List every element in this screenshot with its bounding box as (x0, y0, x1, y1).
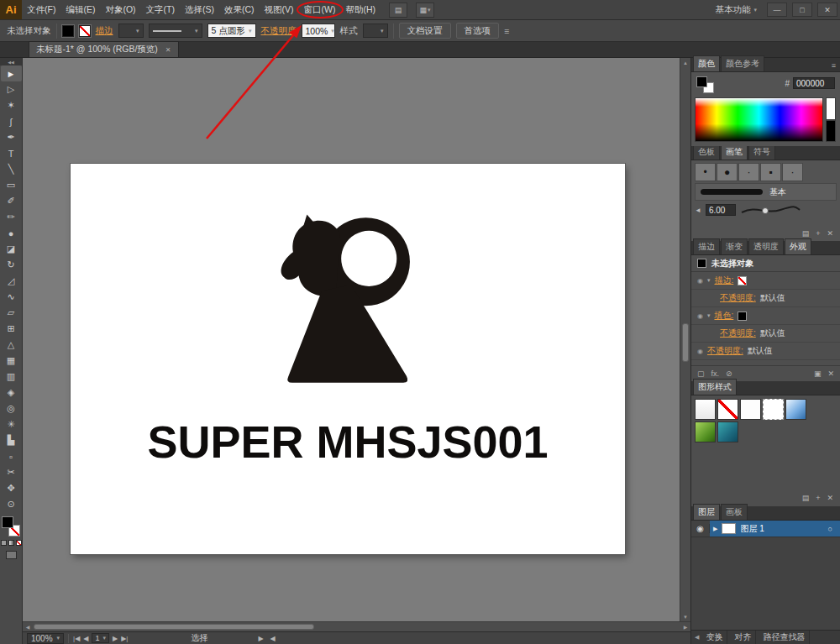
vertical-scrollbar[interactable]: ▲ ▼ (680, 58, 690, 621)
document-setup-button[interactable]: 文档设置 (399, 23, 451, 39)
tab-stroke[interactable]: 描边 (693, 238, 720, 254)
spectrum-bw-column[interactable] (826, 97, 836, 142)
line-tool[interactable]: ╲ (1, 161, 22, 177)
menu-item-2[interactable]: 对象(O) (100, 0, 140, 19)
scroll-left-icon[interactable]: ◀ (270, 635, 276, 642)
color-spectrum[interactable] (695, 97, 823, 142)
menu-item-7[interactable]: 窗口(W) (299, 0, 341, 19)
style-thumb-green[interactable] (695, 421, 716, 442)
clear-appearance-icon[interactable]: ⊘ (726, 369, 732, 378)
new-style-icon[interactable]: + (816, 494, 820, 502)
panel-menu-icon[interactable]: ≡ (832, 61, 838, 71)
basic-brush-row[interactable]: 基本 (695, 183, 837, 201)
delete-brush-icon[interactable]: ✕ (827, 229, 833, 238)
scale-tool[interactable]: ◿ (1, 273, 22, 289)
layer-target-icon[interactable]: ○ (828, 525, 832, 533)
menu-item-0[interactable]: 文件(F) (22, 0, 60, 19)
pen-tool[interactable]: ✒ (1, 129, 22, 145)
brush-cell-1[interactable]: ● (717, 163, 738, 181)
column-graph-tool[interactable]: ▙ (1, 432, 22, 448)
symbol-sprayer-tool[interactable]: ✳ (1, 416, 22, 432)
tab-pathfinder[interactable]: 路径查找器 (759, 631, 810, 644)
next-artboard-icon[interactable]: ▶ (113, 635, 118, 642)
pencil-tool[interactable]: ✏ (1, 209, 22, 225)
layer-row[interactable]: ◉ ▶ 图层 1 ○ (691, 521, 840, 537)
stroke-none-swatch[interactable] (738, 276, 747, 285)
scroll-left-icon[interactable]: ◀ (23, 624, 33, 630)
layer-selected-area[interactable]: ▶ 图层 1 ○ (710, 521, 840, 537)
stroke-link[interactable]: 描边 (96, 25, 113, 37)
stroke-row-label[interactable]: 描边: (715, 275, 734, 286)
brush-definition-dropdown[interactable]: 5 点圆形▾ (207, 24, 256, 38)
fill-black-swatch[interactable] (738, 312, 747, 321)
disclosure-icon[interactable]: ▾ (707, 312, 711, 319)
eye-icon[interactable]: ◉ (697, 348, 703, 355)
tab-layers[interactable]: 图层 (693, 504, 720, 520)
prev-artboard-icon[interactable]: ◀ (83, 635, 88, 642)
canvas[interactable]: SUPER MHSJS001 (23, 58, 680, 621)
tab-align[interactable]: 对齐 (730, 631, 756, 644)
tab-color-guide[interactable]: 颜色参考 (721, 55, 764, 71)
brush-cell-3[interactable]: ▪ (760, 163, 781, 181)
appearance-row-opacity[interactable]: ◉ 不透明度: 默认值 (691, 343, 840, 360)
menu-item-6[interactable]: 视图(V) (260, 0, 299, 19)
status-scroll-arrows[interactable]: ▶ ◀ (258, 635, 275, 642)
blob-brush-tool[interactable]: ● (1, 225, 22, 241)
horizontal-scrollbar[interactable]: ◀ ▶ (23, 621, 690, 631)
new-brush-icon[interactable]: + (816, 229, 820, 238)
selection-tool[interactable]: ► (1, 65, 22, 81)
tab-artboards[interactable]: 画板 (721, 504, 748, 520)
opacity-value-dropdown[interactable]: 100%▾ (302, 24, 335, 38)
add-stroke-icon[interactable]: ▢ (697, 369, 705, 378)
layer-name[interactable]: 图层 1 (740, 523, 764, 535)
appearance-row-stroke[interactable]: ◉ ▾ 描边: (691, 272, 840, 290)
vertical-scroll-thumb[interactable] (682, 323, 689, 362)
tab-transparency[interactable]: 透明度 (748, 238, 784, 254)
stroke-weight-dropdown[interactable]: ▾ (118, 24, 144, 38)
fill-color-swatch[interactable] (62, 25, 74, 37)
document-tab[interactable]: 未标题-1* @ 100% (RGB/预览) ✕ (29, 41, 179, 57)
style-thumb-dashed[interactable] (763, 399, 784, 420)
color-button[interactable] (1, 540, 7, 546)
shape-builder-tool[interactable]: ⊞ (1, 321, 22, 337)
style-thumb-none[interactable] (717, 399, 738, 420)
eye-icon[interactable]: ◉ (697, 277, 703, 285)
opacity-link[interactable]: 不透明度 (261, 25, 297, 37)
eye-icon[interactable]: ◉ (697, 312, 703, 320)
none-button[interactable] (16, 540, 22, 546)
menu-item-4[interactable]: 选择(S) (180, 0, 219, 19)
zoom-tool[interactable]: ⊙ (1, 496, 22, 512)
bridge-icon[interactable]: ▤ (389, 3, 407, 18)
scroll-down-icon[interactable]: ▼ (680, 612, 690, 621)
stroke-color-swatch[interactable] (79, 25, 91, 37)
rectangle-tool[interactable]: ▭ (1, 177, 22, 193)
screen-mode-button[interactable] (6, 551, 17, 559)
style-thumb-teal[interactable] (717, 421, 738, 442)
delete-item-icon[interactable]: ✕ (827, 369, 834, 378)
blend-tool[interactable]: ◎ (1, 401, 22, 416)
style-thumb-blue[interactable] (785, 399, 806, 420)
mesh-tool[interactable]: ▦ (1, 353, 22, 369)
style-thumb-default[interactable] (695, 399, 716, 420)
opacity-row-label[interactable]: 不透明度: (720, 327, 756, 339)
gradient-tool[interactable]: ▥ (1, 369, 22, 385)
close-button[interactable]: ✕ (817, 3, 837, 17)
black-swatch[interactable] (826, 120, 836, 143)
workspace-switcher[interactable]: 基本功能▾ (710, 3, 762, 18)
hand-tool[interactable]: ✥ (1, 480, 22, 496)
style-libraries-icon[interactable]: ▤ (802, 494, 810, 502)
tab-appearance[interactable]: 外观 (785, 238, 811, 254)
add-effect-icon[interactable]: fx. (711, 369, 720, 378)
disclosure-icon[interactable]: ▾ (707, 277, 711, 284)
free-transform-tool[interactable]: ▱ (1, 305, 22, 321)
lasso-tool[interactable]: ʃ (1, 113, 22, 129)
tab-graphic-styles[interactable]: 图形样式 (693, 379, 737, 395)
brush-libraries-icon[interactable]: ▤ (802, 229, 810, 238)
control-panel-menu-icon[interactable]: ≡ (504, 26, 509, 36)
white-swatch[interactable] (826, 97, 836, 120)
menu-item-3[interactable]: 文字(T) (141, 0, 180, 19)
eye-icon[interactable]: ◉ (696, 524, 704, 533)
delete-style-icon[interactable]: ✕ (827, 494, 833, 502)
app-logo-icon[interactable]: Ai (0, 0, 22, 19)
scroll-right-icon[interactable]: ▶ (680, 624, 690, 630)
